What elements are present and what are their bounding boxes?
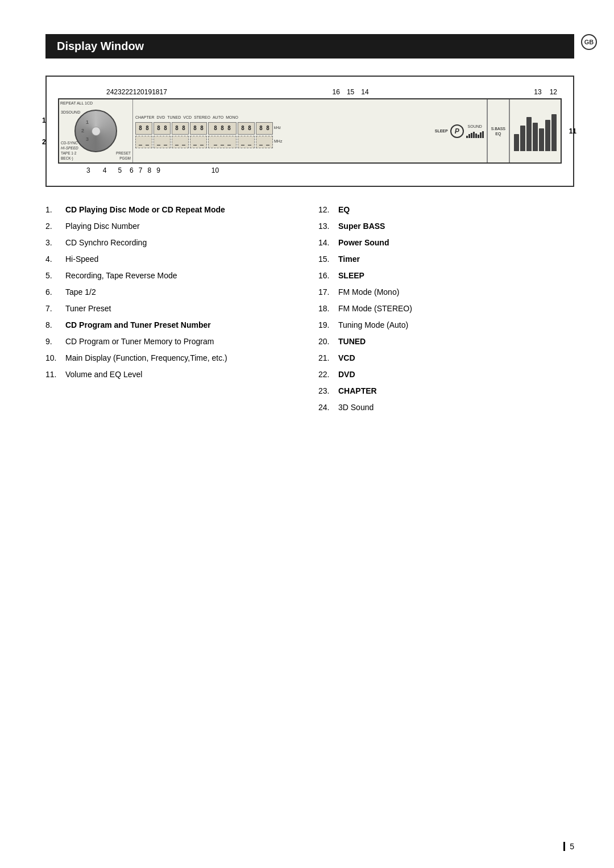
seg-1g: 8 8 — [256, 122, 273, 135]
bar8 — [482, 131, 484, 138]
num-spacer1 — [167, 88, 333, 96]
item-1: 1. CD Playing Disc Mode or CD Repeat Mod… — [45, 204, 301, 216]
power-p-icon: P — [450, 124, 464, 138]
stereo-ind: STEREO — [194, 115, 210, 119]
item-22-num: 22. — [318, 369, 338, 381]
freq-label: kHz — [274, 126, 281, 130]
item-19-num: 19. — [318, 319, 338, 331]
item-18-num: 18. — [318, 303, 338, 315]
seg-2g: _ _ — [256, 136, 273, 148]
seg-1a: 8 8 — [135, 122, 152, 135]
sbass-eq-section: S.BASS EQ — [487, 99, 509, 162]
item-7-num: 7. — [45, 303, 65, 315]
items-section: 1. CD Playing Disc Mode or CD Repeat Mod… — [45, 204, 574, 418]
num-17: 17 — [160, 88, 167, 96]
page-title: Display Window — [45, 34, 574, 59]
diagram-inner: 24 23 22 21 20 19 18 17 16 15 14 13 12 1 — [58, 88, 562, 174]
sound-area: SOUND — [466, 124, 484, 138]
item-7-label: Tuner Preset — [65, 303, 111, 315]
pggm-label: PGGM — [116, 156, 131, 161]
bottom-number-labels: 3 4 5 6 7 8 9 10 — [58, 164, 562, 174]
seg-1d: 8 8 — [190, 122, 207, 135]
item-15-num: 15. — [318, 253, 338, 265]
item-11-num: 11. — [45, 369, 65, 381]
seg-2d: _ _ — [190, 136, 207, 148]
item-10-label: Main Display (Function, Frequency,Time, … — [65, 352, 227, 364]
item-6-label: Tape 1/2 — [65, 286, 96, 298]
item-17-num: 17. — [318, 286, 338, 298]
eq-label-disp: EQ — [495, 132, 501, 136]
num-8: 8 — [147, 166, 151, 174]
num-5: 5 — [118, 166, 122, 174]
sleep-label: SLEEP — [435, 129, 448, 133]
num-7: 7 — [139, 166, 143, 174]
bar3 — [471, 133, 472, 138]
ref-2: 2 — [42, 138, 46, 146]
item-10: 10. Main Display (Function, Frequency,Ti… — [45, 352, 301, 364]
display-box: 1 2 REPEAT ALL 1CD 3DSOUND 1 2 3 — [58, 98, 562, 164]
item-24-num: 24. — [318, 402, 338, 414]
vcd-ind: VCD — [183, 115, 192, 119]
item-19-label: Tuning Mode (Auto) — [338, 319, 408, 331]
seg-1b: 8 8 — [154, 122, 171, 135]
item-18-label: FM Mode (STEREO) — [338, 303, 412, 315]
item-15: 15. Timer — [318, 253, 574, 265]
gb-badge: GB — [581, 34, 597, 50]
item-15-label: Timer — [338, 253, 360, 265]
item-5-label: Recording, Tape Reverse Mode — [65, 270, 177, 282]
item-20-label: TUNED — [338, 336, 366, 348]
num-4: 4 — [103, 166, 107, 174]
disp-mid-section: CHAPTER DVD TUNED VCD STEREO AUTO MONO 8… — [133, 99, 432, 162]
left-indicator-labels: 3DSOUND — [61, 110, 80, 115]
item-13-num: 13. — [318, 220, 338, 232]
item-16: 16. SLEEP — [318, 270, 574, 282]
item-5: 5. Recording, Tape Reverse Mode — [45, 270, 301, 282]
item-21-num: 21. — [318, 352, 338, 364]
bar4 — [473, 132, 475, 138]
disc-num-3: 3 — [86, 136, 89, 142]
num-12: 12 — [550, 88, 557, 96]
seg-1e: 8 8 8 — [208, 122, 237, 135]
eq-bar-7 — [551, 114, 557, 151]
item-18: 18. FM Mode (STEREO) — [318, 303, 574, 315]
items-left-col: 1. CD Playing Disc Mode or CD Repeat Mod… — [45, 204, 301, 418]
item-4-label: Hi-Speed — [65, 253, 98, 265]
right-bottom-labels: PRESET PGGM — [116, 151, 131, 161]
top-indicators: REPEAT ALL 1CD — [60, 101, 93, 105]
repeat-all-label: REPEAT ALL 1CD — [60, 101, 93, 105]
disp-left-section: REPEAT ALL 1CD 3DSOUND 1 2 3 CD-SYNC HI- — [59, 99, 133, 162]
item-10-num: 10. — [45, 352, 65, 364]
item-12-num: 12. — [318, 204, 338, 216]
bar5 — [475, 133, 477, 138]
item-2-label: Playing Disc Number — [65, 220, 140, 232]
gb-badge-text: GB — [584, 39, 594, 45]
item-13-label: Super BASS — [338, 220, 385, 232]
page-num-text: 5 — [570, 842, 574, 851]
seg-1f: 8 8 — [238, 122, 255, 135]
mono-ind: MONO — [226, 115, 238, 119]
num-16: 16 — [333, 88, 340, 96]
item-22: 22. DVD — [318, 369, 574, 381]
item-8-label: CD Program and Tuner Preset Number — [65, 319, 211, 331]
item-4: 4. Hi-Speed — [45, 253, 301, 265]
seg-2e: _ _ _ — [208, 136, 237, 148]
item-8: 8. CD Program and Tuner Preset Number — [45, 319, 301, 331]
num-13: 13 — [534, 88, 541, 96]
eq-bar-5 — [539, 128, 544, 151]
ind-3dsound: 3DSOUND — [61, 110, 80, 115]
seg-1c: 8 8 — [172, 122, 189, 135]
tuned-ind: TUNED — [167, 115, 181, 119]
preset-label: PRESET — [116, 151, 131, 156]
cd-sync-label: CD-SYNC — [61, 140, 78, 145]
item-19: 19. Tuning Mode (Auto) — [318, 319, 574, 331]
bar6 — [478, 135, 479, 138]
num-19: 19 — [144, 88, 152, 96]
item-3-label: CD Synchro Recording — [65, 237, 147, 249]
item-8-num: 8. — [45, 319, 65, 331]
diagram-container: 24 23 22 21 20 19 18 17 16 15 14 13 12 1 — [45, 76, 574, 187]
item-23-label: CHAPTER — [338, 385, 377, 397]
chapter-ind: CHAPTER — [135, 115, 154, 119]
item-11-label: Volume and EQ Level — [65, 369, 142, 381]
item-9-num: 9. — [45, 336, 65, 348]
bar1 — [466, 136, 468, 138]
